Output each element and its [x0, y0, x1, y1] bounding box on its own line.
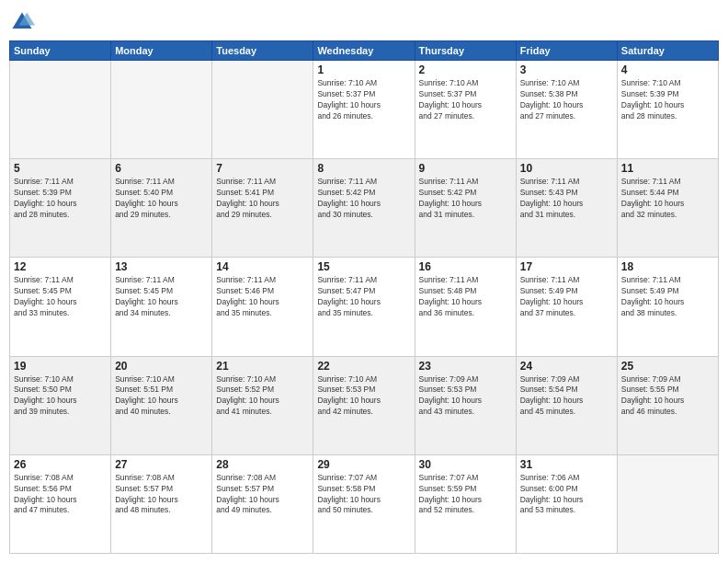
day-info: Sunrise: 7:11 AM Sunset: 5:43 PM Dayligh…: [520, 177, 613, 221]
day-info: Sunrise: 7:08 AM Sunset: 5:57 PM Dayligh…: [115, 473, 208, 517]
calendar-cell: 2Sunrise: 7:10 AM Sunset: 5:37 PM Daylig…: [415, 61, 516, 159]
calendar-row-4: 26Sunrise: 7:08 AM Sunset: 5:56 PM Dayli…: [10, 454, 719, 553]
day-info: Sunrise: 7:07 AM Sunset: 5:59 PM Dayligh…: [419, 473, 512, 517]
day-number: 3: [520, 63, 613, 76]
calendar-cell: 23Sunrise: 7:09 AM Sunset: 5:53 PM Dayli…: [415, 356, 516, 454]
calendar-cell: 28Sunrise: 7:08 AM Sunset: 5:57 PM Dayli…: [212, 454, 313, 553]
calendar-cell: 31Sunrise: 7:06 AM Sunset: 6:00 PM Dayli…: [516, 454, 617, 553]
calendar-cell: [10, 61, 111, 159]
day-info: Sunrise: 7:10 AM Sunset: 5:51 PM Dayligh…: [115, 374, 208, 419]
day-number: 28: [216, 458, 309, 471]
day-number: 2: [419, 63, 512, 76]
day-info: Sunrise: 7:11 AM Sunset: 5:45 PM Dayligh…: [115, 275, 208, 319]
calendar-row-1: 5Sunrise: 7:11 AM Sunset: 5:39 PM Daylig…: [10, 159, 719, 258]
weekday-header-tuesday: Tuesday: [212, 41, 313, 61]
day-info: Sunrise: 7:10 AM Sunset: 5:50 PM Dayligh…: [14, 374, 107, 419]
day-number: 6: [115, 162, 208, 175]
day-info: Sunrise: 7:11 AM Sunset: 5:39 PM Dayligh…: [14, 177, 107, 221]
weekday-header-monday: Monday: [111, 41, 212, 61]
calendar-cell: 24Sunrise: 7:09 AM Sunset: 5:54 PM Dayli…: [516, 356, 617, 454]
day-number: 20: [115, 360, 208, 373]
calendar-cell: 5Sunrise: 7:11 AM Sunset: 5:39 PM Daylig…: [10, 159, 111, 258]
day-info: Sunrise: 7:11 AM Sunset: 5:42 PM Dayligh…: [317, 177, 410, 221]
calendar-cell: 17Sunrise: 7:11 AM Sunset: 5:49 PM Dayli…: [516, 258, 617, 356]
day-number: 11: [621, 162, 714, 175]
day-number: 9: [419, 162, 512, 175]
calendar-cell: 10Sunrise: 7:11 AM Sunset: 5:43 PM Dayli…: [516, 159, 617, 258]
day-info: Sunrise: 7:10 AM Sunset: 5:37 PM Dayligh…: [317, 78, 410, 122]
weekday-header-thursday: Thursday: [415, 41, 516, 61]
day-number: 8: [317, 162, 410, 175]
weekday-header-friday: Friday: [516, 41, 617, 61]
day-info: Sunrise: 7:11 AM Sunset: 5:45 PM Dayligh…: [14, 275, 107, 319]
calendar-cell: 14Sunrise: 7:11 AM Sunset: 5:46 PM Dayli…: [212, 258, 313, 356]
day-info: Sunrise: 7:09 AM Sunset: 5:54 PM Dayligh…: [520, 374, 613, 419]
day-number: 1: [317, 63, 410, 76]
day-info: Sunrise: 7:11 AM Sunset: 5:49 PM Dayligh…: [621, 275, 714, 319]
day-info: Sunrise: 7:09 AM Sunset: 5:53 PM Dayligh…: [419, 374, 512, 419]
calendar-cell: 13Sunrise: 7:11 AM Sunset: 5:45 PM Dayli…: [111, 258, 212, 356]
day-number: 24: [520, 360, 613, 373]
calendar-cell: 6Sunrise: 7:11 AM Sunset: 5:40 PM Daylig…: [111, 159, 212, 258]
day-number: 31: [520, 458, 613, 471]
day-info: Sunrise: 7:10 AM Sunset: 5:52 PM Dayligh…: [216, 374, 309, 419]
page: SundayMondayTuesdayWednesdayThursdayFrid…: [0, 0, 728, 563]
day-info: Sunrise: 7:11 AM Sunset: 5:47 PM Dayligh…: [317, 275, 410, 319]
day-number: 16: [419, 260, 512, 273]
day-number: 5: [14, 162, 107, 175]
day-number: 26: [14, 458, 107, 471]
day-info: Sunrise: 7:11 AM Sunset: 5:49 PM Dayligh…: [520, 275, 613, 319]
day-number: 10: [520, 162, 613, 175]
calendar-cell: 19Sunrise: 7:10 AM Sunset: 5:50 PM Dayli…: [10, 356, 111, 454]
calendar-cell: 1Sunrise: 7:10 AM Sunset: 5:37 PM Daylig…: [313, 61, 415, 159]
header: [9, 9, 719, 35]
day-number: 18: [621, 260, 714, 273]
day-number: 27: [115, 458, 208, 471]
calendar-row-3: 19Sunrise: 7:10 AM Sunset: 5:50 PM Dayli…: [10, 356, 719, 454]
calendar-cell: 15Sunrise: 7:11 AM Sunset: 5:47 PM Dayli…: [313, 258, 415, 356]
calendar-cell: [111, 61, 212, 159]
day-number: 12: [14, 260, 107, 273]
calendar-cell: 7Sunrise: 7:11 AM Sunset: 5:41 PM Daylig…: [212, 159, 313, 258]
day-info: Sunrise: 7:10 AM Sunset: 5:39 PM Dayligh…: [621, 78, 714, 122]
day-info: Sunrise: 7:11 AM Sunset: 5:40 PM Dayligh…: [115, 177, 208, 221]
calendar-cell: 21Sunrise: 7:10 AM Sunset: 5:52 PM Dayli…: [212, 356, 313, 454]
day-info: Sunrise: 7:10 AM Sunset: 5:37 PM Dayligh…: [419, 78, 512, 122]
calendar-row-2: 12Sunrise: 7:11 AM Sunset: 5:45 PM Dayli…: [10, 258, 719, 356]
day-number: 30: [419, 458, 512, 471]
day-info: Sunrise: 7:08 AM Sunset: 5:57 PM Dayligh…: [216, 473, 309, 517]
calendar-cell: 8Sunrise: 7:11 AM Sunset: 5:42 PM Daylig…: [313, 159, 415, 258]
day-number: 19: [14, 360, 107, 373]
day-info: Sunrise: 7:09 AM Sunset: 5:55 PM Dayligh…: [621, 374, 714, 419]
weekday-header-row: SundayMondayTuesdayWednesdayThursdayFrid…: [10, 41, 719, 61]
day-number: 14: [216, 260, 309, 273]
logo: [9, 9, 39, 35]
calendar-cell: 3Sunrise: 7:10 AM Sunset: 5:38 PM Daylig…: [516, 61, 617, 159]
calendar-cell: [617, 454, 718, 553]
calendar-cell: 29Sunrise: 7:07 AM Sunset: 5:58 PM Dayli…: [313, 454, 415, 553]
calendar: SundayMondayTuesdayWednesdayThursdayFrid…: [9, 40, 719, 554]
calendar-cell: 27Sunrise: 7:08 AM Sunset: 5:57 PM Dayli…: [111, 454, 212, 553]
weekday-header-saturday: Saturday: [617, 41, 718, 61]
day-info: Sunrise: 7:07 AM Sunset: 5:58 PM Dayligh…: [317, 473, 410, 517]
day-info: Sunrise: 7:11 AM Sunset: 5:42 PM Dayligh…: [419, 177, 512, 221]
day-info: Sunrise: 7:11 AM Sunset: 5:46 PM Dayligh…: [216, 275, 309, 319]
weekday-header-sunday: Sunday: [10, 41, 111, 61]
calendar-cell: 30Sunrise: 7:07 AM Sunset: 5:59 PM Dayli…: [415, 454, 516, 553]
calendar-cell: 25Sunrise: 7:09 AM Sunset: 5:55 PM Dayli…: [617, 356, 718, 454]
day-number: 21: [216, 360, 309, 373]
day-number: 25: [621, 360, 714, 373]
day-number: 23: [419, 360, 512, 373]
day-info: Sunrise: 7:11 AM Sunset: 5:44 PM Dayligh…: [621, 177, 714, 221]
day-info: Sunrise: 7:10 AM Sunset: 5:38 PM Dayligh…: [520, 78, 613, 122]
day-info: Sunrise: 7:10 AM Sunset: 5:53 PM Dayligh…: [317, 374, 410, 419]
calendar-cell: 20Sunrise: 7:10 AM Sunset: 5:51 PM Dayli…: [111, 356, 212, 454]
day-info: Sunrise: 7:06 AM Sunset: 6:00 PM Dayligh…: [520, 473, 613, 517]
logo-icon: [9, 9, 35, 35]
calendar-cell: 16Sunrise: 7:11 AM Sunset: 5:48 PM Dayli…: [415, 258, 516, 356]
calendar-row-0: 1Sunrise: 7:10 AM Sunset: 5:37 PM Daylig…: [10, 61, 719, 159]
calendar-cell: 18Sunrise: 7:11 AM Sunset: 5:49 PM Dayli…: [617, 258, 718, 356]
day-number: 17: [520, 260, 613, 273]
calendar-cell: 12Sunrise: 7:11 AM Sunset: 5:45 PM Dayli…: [10, 258, 111, 356]
day-number: 29: [317, 458, 410, 471]
